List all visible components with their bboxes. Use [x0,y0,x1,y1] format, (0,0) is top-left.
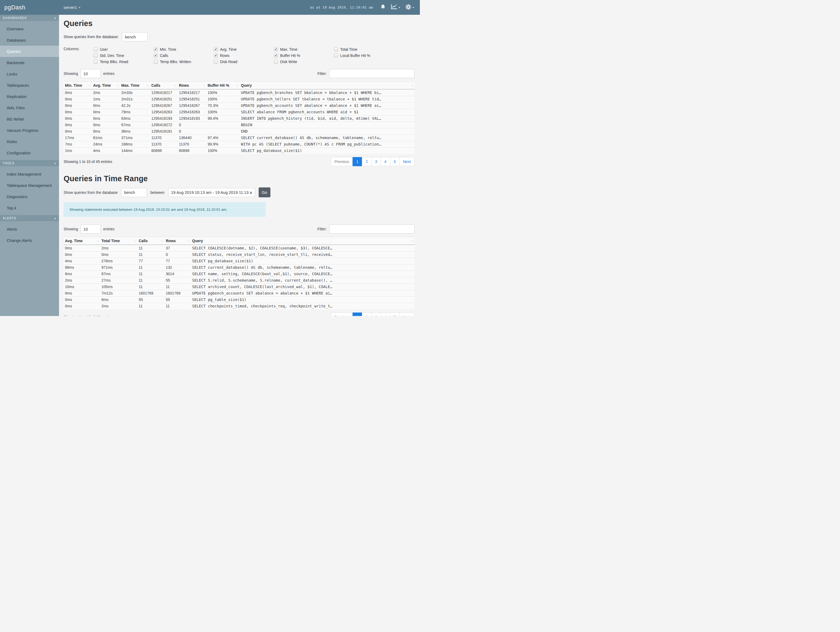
column-header-avg-time[interactable]: Avg. Time↑↓ [63,237,100,245]
server-selector[interactable]: server1 ▾ [63,5,80,10]
sidebar-item-bg-writer[interactable]: BG Writer [0,113,59,125]
column-checkbox-max-time[interactable]: Max. Time [274,46,334,52]
brand-logo[interactable]: pgDash [0,4,59,11]
column-header-total-time[interactable]: Total Time↑↓ [100,237,137,245]
query-link[interactable]: UPDATE pgbench_branches SET bbalance = b… [240,89,415,96]
sidebar-item-roles[interactable]: Roles [0,136,59,147]
page-5-button[interactable]: 5 [390,312,399,316]
sidebar-item-configuration[interactable]: Configuration [0,147,59,158]
column-header-buffer-hit[interactable]: Buffer Hit %↑↓ [206,82,240,89]
column-header-query[interactable]: Query↑↓ [240,82,415,89]
column-header-calls[interactable]: Calls↑↓ [137,237,164,245]
sidebar-item-backends[interactable]: Backends [0,57,59,68]
page-previous-button[interactable]: Previous [331,312,353,316]
column-header-rows[interactable]: Rows↑↓ [164,237,191,245]
sidebar-item-alerts[interactable]: Alerts [0,223,59,234]
checkbox[interactable] [274,47,278,51]
go-button[interactable]: Go [259,187,270,197]
time-range-database-input[interactable] [121,188,147,197]
database-input[interactable] [122,32,148,41]
page-1-button[interactable]: 1 [352,157,362,166]
query-link[interactable]: SELECT archived_count, COALESCE(last_arc… [191,284,415,290]
page-2-button[interactable]: 2 [362,312,371,316]
sort-icon[interactable]: ↑↓ [117,84,118,87]
column-header-rows[interactable]: Rows↑↓ [178,82,206,89]
sidebar-item-overview[interactable]: Overview [0,23,59,34]
sort-icon[interactable]: ↑↓ [187,239,189,242]
page-next-button[interactable]: Next [399,312,415,316]
checkbox[interactable] [214,60,218,63]
sidebar-item-replication[interactable]: Replication [0,91,59,102]
checkbox[interactable] [214,47,218,51]
sidebar-item-top-k[interactable]: Topk [0,202,59,214]
sidebar-section-alerts[interactable]: ALERTS › [0,215,59,221]
checkbox[interactable] [334,54,338,57]
sort-icon[interactable]: ↑↓ [134,239,136,242]
sidebar-item-diagnostics[interactable]: Diagnostics [0,191,59,202]
page-1-button[interactable]: 1 [352,312,362,316]
checkbox[interactable] [214,54,218,57]
entries-input[interactable] [81,69,101,78]
charts-menu-button[interactable]: ▾ [391,4,400,11]
query-link[interactable]: SELECT abalance FROM pgbench_accounts WH… [240,109,415,116]
query-link[interactable]: SELECT name, setting, COALESCE(boot_val,… [191,271,415,277]
column-checkbox-temp-blks-written[interactable]: Temp Blks. Written [154,59,214,65]
column-header-calls[interactable]: Calls↑↓ [150,82,178,89]
sidebar-item-tablespace-management[interactable]: Tablespace Management [0,180,59,191]
sort-icon[interactable]: ↑↓ [161,239,163,242]
checkbox[interactable] [334,47,338,51]
sidebar-item-databases[interactable]: Databases [0,34,59,46]
sidebar-item-index-management[interactable]: Index Management [0,168,59,180]
query-link[interactable]: SELECT pg_table_size($1) [191,297,415,303]
query-link[interactable]: SELECT status, receive_start_lsn, receiv… [191,252,415,258]
column-checkbox-min-time[interactable]: Min. Time [154,46,214,52]
sidebar-item-change-alerts[interactable]: Change Alerts [0,234,59,246]
sidebar-item-wal-files[interactable]: WAL Files [0,102,59,113]
page-previous-button[interactable]: Previous [331,157,353,166]
page-3-button[interactable]: 3 [371,312,381,316]
query-link[interactable]: SELECT COALESCE(datname, $2), COALESCE(u… [191,245,415,252]
column-header-avg-time[interactable]: Avg. Time↑↓ [92,82,120,89]
query-link[interactable]: END [240,128,415,135]
query-link[interactable]: WITH pc AS (SELECT pubname, COUNT(*) AS … [240,141,415,148]
column-header-query[interactable]: Query↑↓ [191,237,415,245]
query-link[interactable]: UPDATE pgbench_tellers SET tbalance = tb… [240,96,415,103]
column-checkbox-avg-time[interactable]: Avg. Time [214,46,274,52]
page-2-button[interactable]: 2 [362,157,371,166]
time-range-input[interactable] [168,188,255,197]
column-checkbox-local-buffer-hit[interactable]: Local Buffer Hit % [334,52,394,59]
query-link[interactable]: SELECT current_database() AS db, scheman… [191,265,415,271]
entries-input[interactable] [81,225,101,234]
query-link[interactable]: SELECT checkpoints_timed, checkpoints_re… [191,303,415,310]
checkbox[interactable] [154,54,158,57]
checkbox[interactable] [94,47,98,51]
page-4-button[interactable]: 4 [381,157,390,166]
sort-icon[interactable]: ↑↓ [203,84,205,87]
column-checkbox-disk-read[interactable]: Disk Read [214,59,274,65]
sort-icon[interactable]: ↑↓ [96,239,99,242]
checkbox[interactable] [274,60,278,63]
column-checkbox-disk-write[interactable]: Disk Write [274,59,334,65]
query-link[interactable]: UPDATE pgbench_accounts SET abalance = a… [191,290,415,297]
column-checkbox-user[interactable]: User [94,46,154,52]
sort-icon[interactable]: ↑↓ [411,84,413,87]
filter-input[interactable] [329,225,415,234]
sort-icon[interactable]: ↑↓ [236,84,238,87]
column-checkbox-std-dev-time[interactable]: Std. Dev. Time [94,52,154,59]
sidebar-section-tools[interactable]: TOOLS › [0,160,59,166]
sort-icon[interactable]: ↑↓ [174,84,176,87]
column-checkbox-rows[interactable]: Rows [214,52,274,59]
query-link[interactable]: SELECT pg_database_size($1) [191,258,415,265]
query-link[interactable]: SELECT S.relid, S.schemaname, S.relname,… [191,277,415,284]
column-checkbox-buffer-hit[interactable]: Buffer Hit % [274,52,334,59]
column-checkbox-temp-blks-read[interactable]: Temp Blks. Read [94,59,154,65]
checkbox[interactable] [274,54,278,57]
column-header-min-time[interactable]: Min. Time↑↓ [63,82,92,89]
sidebar-section-dashboards[interactable]: DASHBOARDS › [0,15,59,21]
settings-menu-button[interactable]: ▾ [405,4,414,11]
page-3-button[interactable]: 3 [371,157,381,166]
column-checkbox-total-time[interactable]: Total Time [334,46,394,52]
sidebar-item-tablespaces[interactable]: Tablespaces [0,79,59,91]
page-4-button[interactable]: 4 [381,312,390,316]
column-checkbox-calls[interactable]: Calls [154,52,214,59]
